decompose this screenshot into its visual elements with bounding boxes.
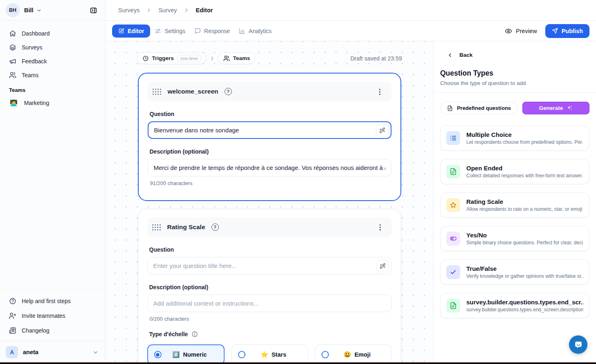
question-input-wrap [147, 257, 392, 275]
predefined-questions-button[interactable]: Predefined questions [440, 102, 518, 114]
kebab-menu-icon[interactable]: ⋮ [375, 87, 385, 97]
kebab-menu-icon[interactable]: ⋮ [375, 222, 385, 232]
generate-label: Generate [539, 105, 563, 111]
tab-editor[interactable]: Editor [112, 25, 150, 38]
tab-settings[interactable]: Settings [150, 25, 190, 38]
scale-option-numeric[interactable]: #️⃣ Numeric [147, 344, 225, 364]
teams-pill-label: Teams [233, 55, 250, 61]
sidebar-item-dashboard[interactable]: Dashboard [5, 27, 100, 40]
layers-icon [9, 44, 16, 51]
team-name: Marketing [24, 100, 49, 106]
chat-launcher-button[interactable] [569, 335, 587, 354]
question-input[interactable] [148, 121, 391, 139]
type-card-multiple-choice[interactable]: Multiple Choice Let respondents choose f… [440, 125, 589, 151]
sidebar-item-help[interactable]: Help and first steps [5, 294, 100, 308]
question-input-wrap [148, 121, 391, 139]
star-icon [446, 198, 460, 212]
description-input[interactable] [147, 295, 392, 312]
panel-collapse-icon [90, 7, 97, 14]
type-card-open-ended[interactable]: Open Ended Collect detailed responses wi… [440, 159, 589, 184]
trigger-type-badge: one-time [177, 55, 201, 62]
sidebar-item-teams[interactable]: Teams [5, 68, 100, 82]
tab-analytics[interactable]: Analytics [234, 25, 276, 38]
type-card-rating-scale[interactable]: Rating Scale Allow respondents to rate o… [440, 192, 589, 218]
sidebar-item-label: Dashboard [22, 30, 50, 37]
editor-toolbar: Editor Settings Response Analytics Prev [106, 21, 596, 41]
scale-option-emoji[interactable]: 😃 Emoji [315, 344, 391, 364]
publish-button[interactable]: Publish [545, 24, 589, 38]
help-circle-icon[interactable]: ? [211, 223, 219, 231]
sidebar-item-label: Surveys [22, 44, 43, 51]
type-card-true-false[interactable]: True/False Verify knowledge or gather op… [440, 259, 589, 285]
sidebar-collapse-button[interactable] [87, 4, 99, 16]
radio-unselected-icon[interactable] [322, 351, 329, 358]
sidebar-item-changelog[interactable]: Changelog [5, 323, 100, 338]
radio-unselected-icon[interactable] [238, 351, 245, 358]
sidebar-item-surveys[interactable]: Surveys [5, 40, 100, 54]
card-title: Rating Scale [167, 223, 205, 231]
chevron-right-icon [146, 7, 152, 13]
magic-wand-icon[interactable] [376, 259, 389, 272]
chevron-right-icon [209, 56, 215, 61]
user-plus-icon [9, 312, 16, 319]
triggers-label: Triggers [152, 55, 174, 61]
window-bottom-edge [0, 362, 596, 364]
teams-section-label: Teams [5, 82, 100, 96]
content-row: Triggers one-time Teams Draft saved at 2… [106, 41, 596, 364]
generate-button[interactable]: Generate [522, 102, 589, 114]
preview-label: Preview [516, 28, 537, 34]
sidebar-item-invite[interactable]: Invite teammates [5, 308, 100, 323]
help-circle-icon[interactable]: ? [225, 88, 232, 95]
type-card-yes-no[interactable]: Yes/No Simple binary choice questions. P… [440, 226, 589, 251]
sidebar-item-feedback[interactable]: Feedback [5, 54, 100, 68]
card-header: Rating Scale ? ⋮ [147, 217, 392, 237]
breadcrumb-survey[interactable]: Survey [158, 7, 177, 13]
chevron-left-icon [447, 52, 453, 58]
description-input[interactable] [148, 159, 391, 176]
users-icon [9, 71, 16, 79]
radio-selected-icon[interactable] [154, 351, 162, 358]
user-menu[interactable]: A aneta [0, 341, 105, 364]
sidebar-item-label: Feedback [22, 58, 47, 65]
panel-actions: Predefined questions Generate [440, 102, 589, 114]
newspaper-icon [9, 327, 16, 334]
scale-option-stars[interactable]: ⭐ Stars [232, 344, 308, 364]
preview-button[interactable]: Preview [505, 27, 537, 35]
drag-handle-icon[interactable] [152, 224, 161, 230]
question-card-rating-scale[interactable]: Rating Scale ? ⋮ Question Description (o… [138, 209, 401, 364]
canvas-header-row: Triggers one-time Teams Draft saved at 2… [137, 52, 402, 64]
panel-subtitle: Choose the type of question to add [440, 80, 589, 86]
message-square-icon [194, 28, 201, 34]
users-icon [223, 55, 230, 62]
question-input[interactable] [147, 257, 392, 275]
tab-response[interactable]: Response [190, 25, 234, 38]
drag-handle-icon[interactable] [153, 89, 161, 95]
type-name: True/False [466, 265, 583, 272]
triggers-pill[interactable]: Triggers one-time [137, 52, 207, 64]
scale-option-label: Emoji [354, 351, 370, 358]
card-header: welcome_screen ? ⋮ [148, 82, 391, 101]
char-count: 0/200 characters [150, 316, 392, 322]
document-icon [446, 299, 460, 313]
info-icon[interactable] [191, 331, 198, 337]
back-button[interactable]: Back [440, 52, 589, 58]
teams-pill[interactable]: Teams [218, 52, 256, 64]
home-icon [9, 30, 16, 37]
scale-option-label: Stars [272, 351, 286, 358]
user-avatar: A [6, 346, 18, 358]
workspace-switcher[interactable]: BH Bill [0, 0, 105, 21]
type-name: Multiple Choice [466, 131, 583, 138]
sidebar-item-team-marketing[interactable]: 🧑‍💻 Marketing [5, 96, 100, 110]
question-type-list: Multiple Choice Let respondents choose f… [440, 125, 589, 318]
sidebar-item-label: Changelog [22, 327, 49, 334]
type-description: Simple binary choice questions. Perfect … [466, 240, 583, 246]
type-card-end-screen[interactable]: survey.builder.questions.types.end_scr..… [440, 293, 589, 318]
sidebar-spacer [0, 110, 105, 289]
sliders-icon [155, 28, 161, 34]
question-card-welcome-screen[interactable]: welcome_screen ? ⋮ Question Description … [138, 73, 401, 201]
magic-wand-icon[interactable] [376, 124, 389, 136]
breadcrumb-surveys[interactable]: Surveys [118, 7, 139, 13]
type-name: survey.builder.questions.types.end_scr..… [466, 299, 583, 306]
sidebar-item-label: Invite teammates [22, 313, 65, 319]
question-label: Question [150, 111, 391, 117]
